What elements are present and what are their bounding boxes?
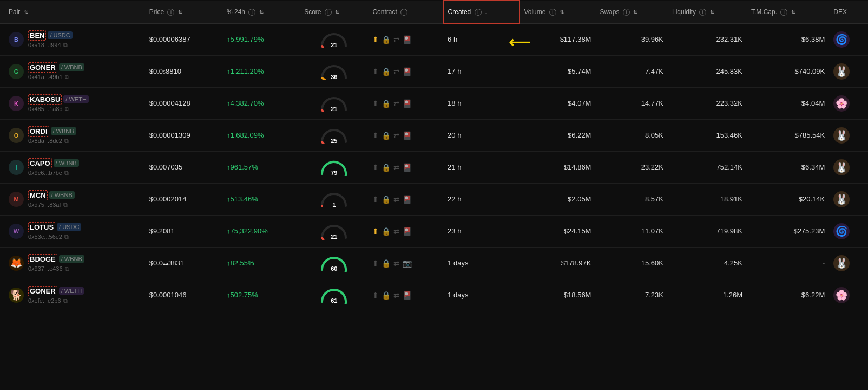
liquidity-cell: 719.98K	[668, 215, 747, 247]
table-row: 🐕 GONER / WETH 0xefe...e2b6 ⧉ $0.0001046…	[0, 279, 868, 311]
contract-icon-0: ⬆	[372, 35, 379, 44]
dex-cell: 🌸	[829, 87, 868, 119]
col-price[interactable]: Price i ⇅	[145, 1, 222, 24]
contract-icon-2: ⇄	[393, 99, 400, 108]
contract-icon-0: ⬆	[372, 259, 379, 268]
pair-base[interactable]: GONER	[28, 62, 57, 73]
created-value: 18 h	[448, 99, 461, 107]
pair-cell: 🦊 BDOGE / WBNB 0x937...e436 ⧉	[0, 247, 145, 279]
copy-icon[interactable]: ⧉	[63, 42, 68, 49]
copy-icon[interactable]: ⧉	[63, 202, 68, 209]
table-row: 🦊 BDOGE / WBNB 0x937...e436 ⧉ $0.0₄₄3831…	[0, 247, 868, 279]
dex-cell: 🐰	[829, 151, 868, 183]
swaps-value: 7.47K	[645, 67, 663, 75]
pair-base[interactable]: CAPO	[28, 158, 52, 168]
copy-icon[interactable]: ⧉	[64, 170, 69, 177]
copy-icon[interactable]: ⧉	[64, 233, 69, 240]
tmcap-cell: -	[747, 247, 829, 279]
pair-info: BEN / USDC 0xa18...f994 ⧉	[28, 30, 73, 49]
swaps-value: 15.60K	[641, 259, 663, 267]
pair-cell: O ORDI / WBNB 0x8da...8dc2 ⧉	[0, 119, 145, 151]
liquidity-cell: 18.91K	[668, 183, 747, 215]
contract-icons: ⬆🔒⇄📷	[372, 259, 439, 268]
pair-info: MCN / WBNB 0xd75...83af ⧉	[28, 190, 75, 209]
col-liquidity[interactable]: Liquidity i ⇅	[668, 1, 747, 24]
swaps-cell: 8.57K	[595, 183, 668, 215]
pair-name: KABOSU / WETH	[28, 94, 89, 105]
pair-address: 0xd75...83af ⧉	[28, 202, 75, 209]
liquidity-value: 752.14K	[716, 163, 742, 171]
col-score[interactable]: Score i ⇅	[300, 1, 368, 24]
contract-icon-0: ⬆	[372, 291, 379, 300]
dex-avatar: 🌀	[833, 223, 850, 239]
pair-name: MCN / WBNB	[28, 190, 75, 200]
col-change24h[interactable]: % 24h i ⇅	[222, 1, 300, 24]
score-cell: 21	[300, 87, 368, 119]
created-cell: 22 h	[443, 183, 520, 215]
volume-cell: $178.97K	[520, 247, 596, 279]
pair-base[interactable]: MCN	[28, 190, 48, 200]
copy-icon[interactable]: ⧉	[63, 297, 68, 304]
volume-cell: $6.22M	[520, 119, 596, 151]
volume-info-icon: i	[549, 9, 556, 16]
contract-cell: ⬆🔒⇄🎴	[368, 151, 443, 183]
contract-icons: ⬆🔒⇄🎴	[372, 99, 439, 108]
contract-cell: ⬆🔒⇄🎴	[368, 119, 443, 151]
pair-base[interactable]: BDOGE	[28, 254, 57, 264]
pair-info: LOTUS / USDC 0x53c...56e2 ⧉	[28, 222, 81, 240]
created-cell: 18 h	[443, 87, 520, 119]
pair-avatar: I	[9, 160, 24, 175]
col-pair[interactable]: Pair ⇅	[0, 1, 145, 24]
copy-icon[interactable]: ⧉	[65, 74, 69, 81]
pair-name: BEN / USDC	[28, 30, 73, 41]
contract-icons: ⬆🔒⇄🎴	[372, 291, 439, 300]
copy-icon[interactable]: ⧉	[65, 106, 69, 113]
col-tmcap[interactable]: T.M.Cap. i ⇅	[747, 1, 829, 24]
pair-quote: / USDC	[48, 31, 72, 39]
liquidity-cell: 232.31K	[668, 23, 747, 55]
pair-quote: / WETH	[63, 95, 89, 103]
pair-address: 0x8da...8dc2 ⧉	[28, 138, 76, 145]
tmcap-cell: $6.22M	[747, 279, 829, 311]
pair-base[interactable]: ORDI	[28, 126, 49, 136]
pair-base[interactable]: KABOSU	[28, 94, 62, 105]
pair-quote: / WETH	[59, 287, 84, 295]
tmcap-cell: $4.04M	[747, 87, 829, 119]
dex-cell: 🐰	[829, 247, 868, 279]
tmcap-value: $6.34M	[801, 163, 825, 171]
pair-address: 0x53c...56e2 ⧉	[28, 233, 81, 240]
contract-cell: ⬆🔒⇄🎴	[368, 23, 443, 55]
pair-avatar: G	[9, 64, 24, 79]
tmcap-cell: $275.23M	[747, 215, 829, 247]
contract-icon-3: 🎴	[403, 291, 412, 300]
pair-sort-icon: ⇅	[24, 9, 28, 15]
col-created[interactable]: Created i ↓	[443, 1, 520, 24]
tmcap-value: $740.09K	[795, 67, 825, 75]
col-swaps[interactable]: Swaps i ⇅	[595, 1, 668, 24]
pair-cell: 🐕 GONER / WETH 0xefe...e2b6 ⧉	[0, 279, 145, 311]
contract-cell: ⬆🔒⇄🎴	[368, 87, 443, 119]
tmcap-value: -	[823, 259, 825, 267]
liquidity-value: 245.83K	[716, 67, 742, 75]
score-cell: 21	[300, 215, 368, 247]
col-contract[interactable]: Contract i	[368, 1, 443, 24]
pair-base[interactable]: BEN	[28, 30, 46, 41]
contract-icon-3: 🎴	[403, 227, 412, 236]
swaps-value: 8.05K	[645, 131, 663, 139]
pair-avatar: O	[9, 128, 24, 143]
contract-cell: ⬆🔒⇄🎴	[368, 55, 443, 87]
tmcap-value: $785.54K	[795, 131, 825, 139]
pair-avatar: 🦊	[9, 256, 24, 271]
copy-icon[interactable]: ⧉	[64, 138, 69, 145]
score-value: 21	[331, 106, 337, 112]
swaps-value: 7.23K	[645, 291, 663, 299]
swaps-cell: 14.77K	[595, 87, 668, 119]
pair-base[interactable]: GONER	[28, 286, 57, 296]
pair-address: 0x937...e436 ⧉	[28, 265, 84, 272]
table-row: G GONER / WBNB 0x41a...49b1 ⧉ $0.0₅8810 …	[0, 55, 868, 87]
change-cell: ↑1,211.20%	[222, 55, 300, 87]
pair-base[interactable]: LOTUS	[28, 222, 55, 232]
col-volume[interactable]: Volume i ⇅	[520, 1, 596, 24]
liquidity-cell: 153.46K	[668, 119, 747, 151]
copy-icon[interactable]: ⧉	[65, 265, 69, 272]
